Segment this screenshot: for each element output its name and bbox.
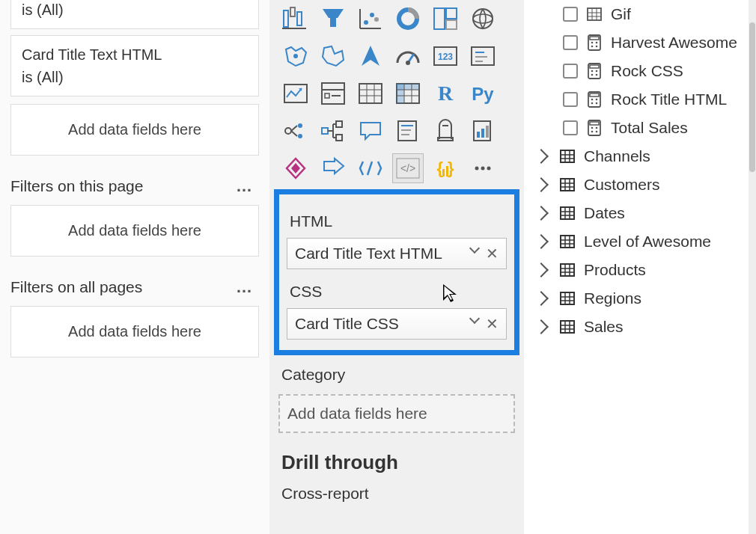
section-title: Filters on this page [10,177,143,195]
field-item[interactable]: Total Sales [531,114,749,142]
table-item[interactable]: Channels [531,142,749,171]
field-chip-html[interactable]: Card Title Text HTML ✕ [287,238,507,269]
table-item[interactable]: Dates [531,199,749,227]
field-item[interactable]: Gif [531,0,749,28]
field-wells-highlight: HTML Card Title Text HTML ✕ CSS Card Tit… [274,189,519,355]
filter-card-partial[interactable]: is (All) [10,0,259,29]
more-icon[interactable]: … [236,177,253,196]
viz-matrix-icon[interactable] [392,79,424,108]
table-icon [558,147,576,165]
drill-through-header: Drill through [277,433,516,479]
svg-point-100 [591,99,594,101]
viz-slicer-icon[interactable] [317,79,349,108]
checkbox[interactable] [563,64,578,79]
svg-rect-14 [446,20,457,29]
dropzone-label: Add data fields here [68,121,201,138]
svg-line-72 [368,162,372,175]
field-item[interactable]: Rock Title HTML [531,85,749,114]
remove-field-icon[interactable]: ✕ [486,245,499,263]
viz-paginated-icon[interactable] [467,116,499,146]
chevron-right-icon [534,149,549,164]
dropzone-label: Add data fields here [68,323,201,340]
table-item[interactable]: Products [531,256,749,284]
viz-donut-icon[interactable] [392,4,424,34]
viz-multirow-card-icon[interactable] [467,41,499,71]
filter-dropzone-allpages[interactable]: Add data fields here [10,306,259,357]
svg-rect-68 [486,126,489,138]
svg-rect-135 [561,292,574,304]
svg-text:Py: Py [472,84,494,104]
viz-qna-icon[interactable] [355,116,386,146]
svg-point-16 [473,14,493,23]
viz-decomposition-tree-icon[interactable] [317,116,349,146]
table-item[interactable]: Regions [531,284,749,313]
svg-rect-125 [561,236,574,248]
category-dropzone[interactable]: Add data fields here [278,394,515,433]
checkbox[interactable] [563,120,578,135]
viz-key-influencers-icon[interactable] [280,116,311,146]
table-item[interactable]: Level of Awesome [531,227,749,256]
svg-point-9 [370,13,374,17]
viz-custom-visual-icon[interactable]: { } [430,153,461,183]
table-item[interactable]: Customers [531,171,749,199]
field-label: Gif [611,5,631,23]
table-label: Products [584,261,646,279]
svg-point-8 [364,20,368,25]
svg-point-103 [596,102,598,105]
viz-goals-icon[interactable] [430,116,461,146]
svg-rect-87 [590,37,599,40]
viz-python-icon[interactable]: Py [467,79,499,108]
viz-custom-flow-icon[interactable] [355,153,386,183]
filter-dropzone-visual[interactable]: Add data fields here [10,104,259,156]
table-item[interactable]: Sales [531,313,749,341]
svg-rect-66 [477,132,480,138]
table-icon [558,233,576,251]
table-label: Sales [584,318,624,336]
svg-rect-1 [290,7,295,16]
viz-gauge-icon[interactable] [392,41,424,71]
svg-point-89 [596,42,598,44]
viz-power-apps-icon[interactable] [280,153,311,183]
remove-field-icon[interactable]: ✕ [486,315,499,333]
viz-shape-map-icon[interactable] [317,41,349,71]
more-icon[interactable]: … [236,277,253,297]
viz-waterfall-icon[interactable] [280,4,311,34]
field-chip-css[interactable]: Card Title CSS ✕ [287,308,507,340]
viz-azure-map-icon[interactable] [355,41,386,71]
viz-power-automate-icon[interactable] [317,153,349,183]
viz-funnel-icon[interactable] [317,4,349,34]
field-item[interactable]: Harvest Awesome [531,28,749,57]
filter-condition: is (All) [22,66,248,88]
viz-more-icon[interactable] [467,153,499,183]
scrollbar-thumb[interactable] [749,22,755,172]
chevron-down-icon[interactable] [469,243,480,254]
checkbox[interactable] [563,7,578,22]
checkbox[interactable] [563,35,578,50]
viz-smart-narrative-icon[interactable] [392,116,424,146]
table-label: Regions [584,289,641,307]
viz-kpi-icon[interactable] [280,79,311,108]
svg-point-17 [293,54,298,58]
table-label: Customers [584,176,660,194]
field-label: Total Sales [611,119,688,137]
viz-card-icon[interactable]: 123 [430,41,461,71]
viz-treemap-icon[interactable] [430,4,461,34]
scrollbar[interactable] [749,0,756,534]
filters-page-header: Filters on this page … [6,163,263,197]
viz-table-icon[interactable] [355,79,386,108]
svg-rect-67 [481,129,484,138]
field-item[interactable]: Rock CSS [531,57,749,85]
viz-html-content-icon[interactable]: </> [392,153,424,183]
filter-card[interactable]: Card Title Text HTML is (All) [10,35,259,96]
viz-map-globe-icon[interactable] [467,4,499,34]
filter-dropzone-page[interactable]: Add data fields here [10,205,259,257]
viz-r-script-icon[interactable]: R [430,79,461,108]
checkbox[interactable] [563,92,578,107]
svg-rect-5 [330,18,336,27]
chevron-down-icon[interactable] [469,313,480,324]
viz-filled-map-icon[interactable] [280,41,311,71]
viz-scatter-icon[interactable] [355,4,386,34]
field-well-css-label: CSS [285,272,508,305]
svg-point-101 [596,99,598,101]
svg-point-91 [596,46,598,48]
